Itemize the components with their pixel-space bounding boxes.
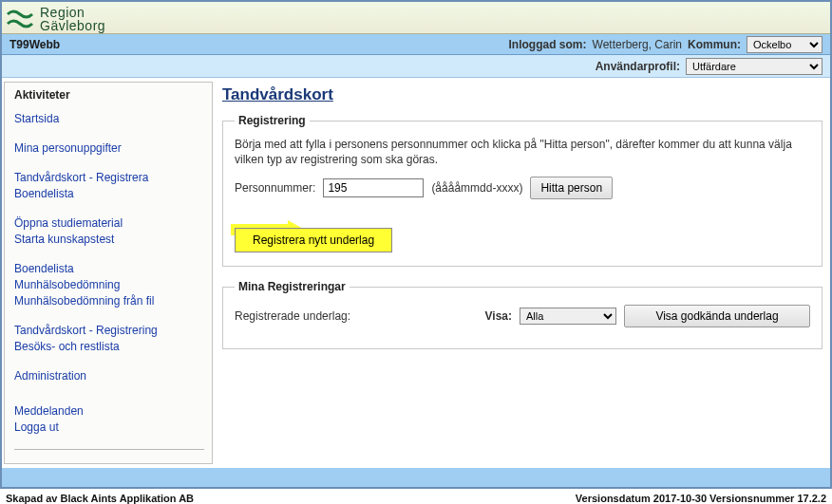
- topbar-right: Inloggad som: Wetterberg, Carin Kommun: …: [509, 36, 823, 53]
- mina-registreringar-fieldset: Mina Registreringar Registrerade underla…: [222, 280, 823, 349]
- footer-strip: [2, 468, 830, 487]
- mina-label: Registrerade underlag:: [235, 309, 444, 323]
- brand-text: Region Gävleborg: [40, 6, 105, 32]
- brand-line-2: Gävleborg: [40, 19, 105, 32]
- sidebar-divider: [14, 449, 204, 450]
- app-frame: Region Gävleborg T99Webb Inloggad som: W…: [0, 0, 832, 489]
- personnummer-format: (ååååmmdd-xxxx): [431, 181, 522, 195]
- register-new-button[interactable]: Registrera nytt underlag: [235, 228, 392, 252]
- footer-left: Skapad av Black Aints Applikation AB: [6, 493, 194, 504]
- sidebar: Aktiviteter Startsida Mina personuppgift…: [4, 82, 213, 464]
- personnummer-input[interactable]: [323, 178, 424, 197]
- personnummer-row: Personnummer: (ååååmmdd-xxxx) Hitta pers…: [235, 177, 810, 199]
- footer: Skapad av Black Aints Applikation AB Ver…: [0, 489, 832, 504]
- kommun-select[interactable]: Ockelbo: [747, 36, 823, 53]
- nav-munhalsobedomning[interactable]: Munhälsobedömning: [14, 277, 204, 293]
- footer-right: Versionsdatum 2017-10-30 Versionsnummer …: [576, 493, 826, 504]
- logged-in-user: Wetterberg, Carin: [593, 38, 682, 51]
- subbar: Användarprofil: Utfärdare: [2, 55, 830, 78]
- main: Tandvårdskort Registrering Börja med att…: [213, 82, 828, 464]
- registrering-legend: Registrering: [235, 114, 310, 127]
- nav-tandvardskort-registrering[interactable]: Tandvårdskort - Registrering: [14, 323, 204, 339]
- nav-mina-personuppgifter[interactable]: Mina personuppgifter: [14, 140, 204, 157]
- nav-oppna-studiematerial[interactable]: Öppna studiematerial: [14, 215, 204, 232]
- kommun-label: Kommun:: [688, 38, 741, 51]
- nav-munhalsobedomning-fil[interactable]: Munhälsobedömning från fil: [14, 293, 204, 309]
- nav-tandvardskort-registrera[interactable]: Tandvårdskort - Registrera: [14, 170, 204, 186]
- sidebar-title: Aktiviteter: [14, 88, 204, 102]
- find-person-button[interactable]: Hitta person: [530, 177, 613, 199]
- nav-besok-restlista[interactable]: Besöks- och restlista: [14, 339, 204, 355]
- logged-in-label: Inloggad som:: [509, 38, 587, 51]
- nav-meddelanden[interactable]: Meddelanden: [14, 403, 204, 420]
- brand-banner: Region Gävleborg: [2, 2, 830, 34]
- nav-administration[interactable]: Administration: [14, 368, 204, 384]
- region-logo-icon: [6, 5, 34, 33]
- content-area: Aktiviteter Startsida Mina personuppgift…: [2, 78, 830, 468]
- nav-startsida[interactable]: Startsida: [14, 111, 204, 127]
- nav-logga-ut[interactable]: Logga ut: [14, 420, 204, 436]
- profile-select[interactable]: Utfärdare: [686, 58, 823, 75]
- registrering-intro: Börja med att fylla i personens personnu…: [235, 137, 810, 167]
- show-approved-button[interactable]: Visa godkända underlag: [624, 305, 810, 327]
- registrering-fieldset: Registrering Börja med att fylla i perso…: [222, 114, 823, 267]
- nav-boendelista-2[interactable]: Boendelista: [14, 261, 204, 277]
- nav-starta-kunskapstest[interactable]: Starta kunskapstest: [14, 232, 204, 248]
- visa-label: Visa:: [485, 309, 512, 323]
- topbar: T99Webb Inloggad som: Wetterberg, Carin …: [2, 34, 830, 55]
- personnummer-label: Personnummer:: [235, 181, 315, 195]
- mina-legend: Mina Registreringar: [235, 280, 350, 293]
- visa-select[interactable]: Alla: [520, 308, 616, 325]
- page-title: Tandvårdskort: [222, 85, 823, 104]
- app-name: T99Webb: [9, 38, 60, 51]
- nav-boendelista-1[interactable]: Boendelista: [14, 186, 204, 202]
- profile-label: Användarprofil:: [596, 60, 680, 73]
- brand-line-1: Region: [40, 6, 105, 19]
